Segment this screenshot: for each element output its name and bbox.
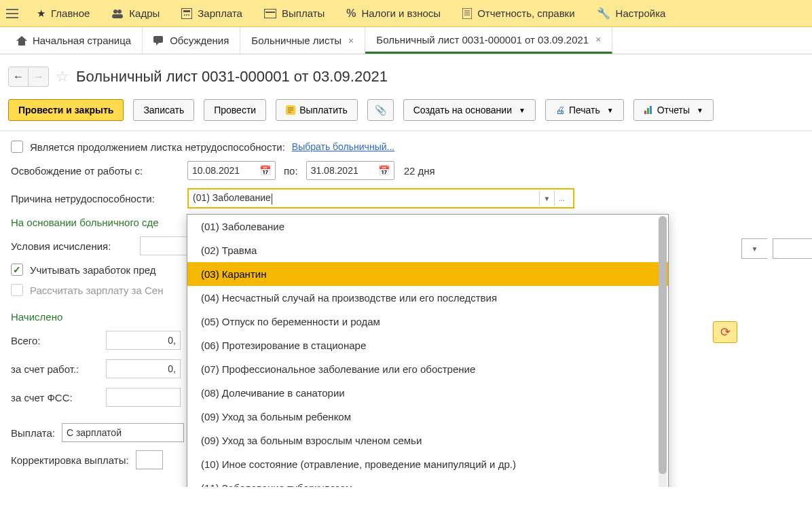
- tab-discussions[interactable]: Обсуждения: [143, 27, 240, 54]
- dropdown-option[interactable]: (11) Заболевание туберкулезом: [187, 476, 668, 487]
- svg-rect-0: [6, 9, 18, 10]
- correction-field[interactable]: [136, 450, 163, 469]
- payment-value: С зарплатой: [67, 427, 122, 438]
- svg-rect-1: [6, 13, 18, 14]
- menu-label: Зарплата: [198, 7, 242, 19]
- chart-icon: [644, 105, 653, 115]
- total-label: Всего:: [11, 335, 99, 346]
- calc-icon: [181, 8, 192, 19]
- employer-field[interactable]: 0,: [106, 359, 181, 378]
- dropdown-option[interactable]: (04) Несчастный случай на производстве и…: [187, 286, 668, 310]
- dropdown-option[interactable]: (10) Иное состояние (отравление, проведе…: [187, 452, 668, 476]
- refresh-button[interactable]: ⟳: [713, 321, 737, 343]
- menu-reports[interactable]: Отчетность, справки: [451, 0, 585, 26]
- star-icon: ★: [37, 7, 45, 20]
- paperclip-icon: 📎: [375, 105, 386, 115]
- dropdown-option[interactable]: (09) Уход за больным ребенком: [187, 405, 668, 429]
- close-icon[interactable]: ×: [595, 34, 601, 45]
- menu-burger-icon[interactable]: [3, 0, 22, 27]
- dropdown-option[interactable]: (08) Долечивание в санатории: [187, 381, 668, 405]
- create-based-label: Создать на основании: [413, 105, 512, 115]
- accrued-title: Начислено: [11, 311, 62, 323]
- menu-salary[interactable]: Зарплата: [170, 0, 253, 26]
- svg-rect-12: [265, 12, 275, 13]
- tab-home[interactable]: Начальная страница: [5, 27, 143, 54]
- fss-label: за счет ФСС:: [11, 392, 99, 403]
- post-button[interactable]: Провести: [204, 99, 266, 121]
- doc-icon: [462, 8, 472, 19]
- pay-label: Выплатить: [299, 105, 348, 115]
- menu-label: Настройка: [616, 7, 666, 19]
- print-button[interactable]: 🖨 Печать ▼: [545, 99, 624, 121]
- dropdown-option[interactable]: (09) Уход за больным взрослым членом сем…: [187, 429, 668, 452]
- svg-rect-2: [6, 17, 18, 18]
- dropdown-option[interactable]: (06) Протезирование в стационаре: [187, 333, 668, 357]
- date-to-input[interactable]: 31.08.2021 📅: [306, 161, 394, 180]
- save-button[interactable]: Записать: [133, 99, 194, 121]
- calendar-icon[interactable]: 📅: [378, 165, 390, 176]
- dropdown-option[interactable]: (02) Травма: [187, 238, 668, 262]
- menu-settings[interactable]: 🔧 Настройка: [586, 0, 677, 26]
- wallet-icon: [264, 9, 276, 18]
- continuation-checkbox[interactable]: [11, 141, 23, 153]
- nav-forward-button[interactable]: →: [29, 67, 49, 87]
- percent-icon: %: [346, 7, 356, 20]
- refresh-icon: ⟳: [720, 325, 731, 340]
- tab-label: Больничный лист 0031-000001 от 03.09.202…: [376, 34, 589, 46]
- fss-field[interactable]: [106, 388, 181, 407]
- menu-payments[interactable]: Выплаты: [253, 0, 335, 26]
- reason-combo[interactable]: (01) Заболевание ▼ ...: [187, 188, 574, 209]
- date-from-value: 10.08.2021: [192, 165, 240, 176]
- conditions-field[interactable]: [140, 236, 187, 255]
- reason-value: (01) Заболевание: [193, 192, 539, 204]
- post-and-close-button[interactable]: Провести и закрыть: [8, 99, 124, 121]
- consider-earnings-checkbox[interactable]: [11, 264, 23, 276]
- payment-select[interactable]: С зарплатой: [62, 423, 184, 442]
- svg-rect-5: [112, 14, 123, 18]
- menu-label: Кадры: [129, 7, 160, 19]
- clipped-field[interactable]: [773, 238, 812, 259]
- dropdown-option[interactable]: (03) Карантин: [187, 262, 668, 286]
- dropdown-scrollbar[interactable]: [659, 216, 667, 487]
- reason-dropdown-list: (01) Заболевание(02) Травма(03) Карантин…: [187, 214, 669, 487]
- printer-icon: 🖨: [555, 105, 565, 115]
- scrollbar-thumb[interactable]: [659, 216, 667, 474]
- combo-more-button[interactable]: ...: [554, 191, 569, 206]
- close-icon[interactable]: ×: [348, 35, 354, 46]
- pay-button[interactable]: Выплатить: [276, 99, 358, 121]
- dropdown-option[interactable]: (05) Отпуск по беременности и родам: [187, 310, 668, 333]
- days-label: 22 дня: [404, 165, 435, 177]
- tab-sick-leave-doc[interactable]: Больничный лист 0031-000001 от 03.09.202…: [365, 27, 612, 54]
- tab-sick-leaves[interactable]: Больничные листы ×: [240, 27, 365, 54]
- menu-main[interactable]: ★ Главное: [26, 0, 100, 26]
- combo-dropdown-button[interactable]: ▼: [539, 191, 554, 206]
- attach-button[interactable]: 📎: [367, 99, 394, 121]
- menu-taxes[interactable]: % Налоги и взносы: [335, 0, 451, 26]
- menu-personnel[interactable]: Кадры: [100, 0, 170, 26]
- dropdown-option[interactable]: (01) Заболевание: [187, 215, 668, 238]
- dropdown-option[interactable]: (07) Профессиональное заболевание или ег…: [187, 357, 668, 381]
- total-field[interactable]: 0,: [106, 331, 181, 350]
- page-header: ← → ☆ Больничный лист 0031-000001 от 03.…: [0, 54, 812, 94]
- recalc-label: Рассчитать зарплату за Сен: [30, 285, 163, 296]
- svg-rect-7: [183, 10, 190, 12]
- select-sick-leave-link[interactable]: Выбрать больничный...: [292, 141, 394, 152]
- page-title: Больничный лист 0031-000001 от 03.09.202…: [76, 68, 388, 86]
- svg-marker-19: [156, 43, 159, 46]
- calendar-icon[interactable]: 📅: [259, 165, 271, 176]
- svg-point-8: [184, 14, 185, 16]
- svg-rect-6: [181, 8, 192, 19]
- people-icon: [111, 8, 124, 19]
- chevron-down-icon: ▼: [519, 107, 525, 114]
- consider-label: Учитывать заработок пред: [30, 264, 156, 276]
- recalc-checkbox[interactable]: [11, 284, 23, 296]
- menu-label: Отчетность, справки: [477, 7, 574, 19]
- reports-button[interactable]: Отчеты ▼: [633, 99, 714, 121]
- nav-back-button[interactable]: ←: [8, 67, 29, 87]
- create-based-button[interactable]: Создать на основании ▼: [403, 99, 536, 121]
- clipped-dropdown-button[interactable]: ▼: [741, 238, 767, 259]
- svg-point-10: [188, 14, 189, 16]
- date-from-input[interactable]: 10.08.2021 📅: [187, 161, 276, 180]
- favorite-star-icon[interactable]: ☆: [56, 68, 69, 86]
- tab-label: Больничные листы: [251, 35, 342, 46]
